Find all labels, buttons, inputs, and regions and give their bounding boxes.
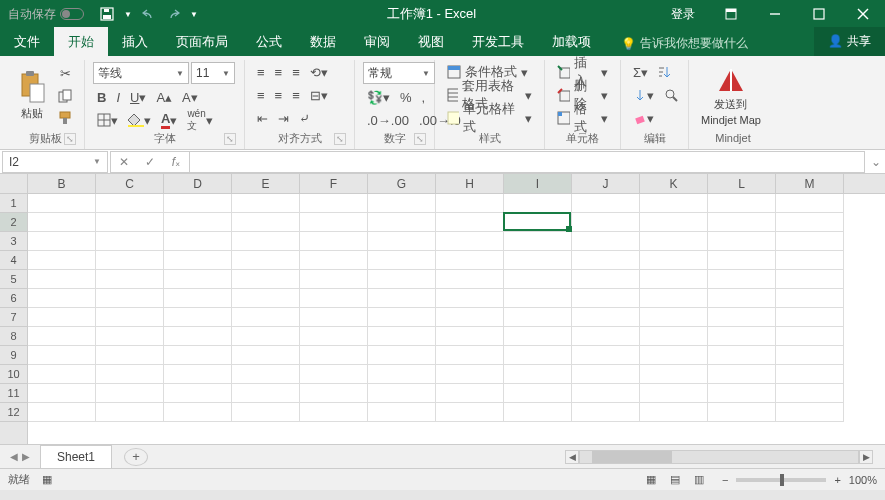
- row-header[interactable]: 10: [0, 365, 27, 384]
- increase-indent-icon[interactable]: ⇥: [274, 108, 293, 128]
- cell[interactable]: [96, 213, 164, 232]
- row-header[interactable]: 2: [0, 213, 27, 232]
- cell[interactable]: [436, 403, 504, 422]
- cell[interactable]: [572, 251, 640, 270]
- cell[interactable]: [436, 289, 504, 308]
- cell[interactable]: [300, 232, 368, 251]
- cell[interactable]: [96, 270, 164, 289]
- cell[interactable]: [640, 289, 708, 308]
- hscroll-left-icon[interactable]: ◀: [565, 450, 579, 464]
- cell[interactable]: [572, 365, 640, 384]
- cell[interactable]: [96, 251, 164, 270]
- cell[interactable]: [300, 213, 368, 232]
- sheet-nav[interactable]: ◀▶: [0, 451, 40, 462]
- cell[interactable]: [708, 365, 776, 384]
- format-cells-button[interactable]: 格式▾: [553, 108, 612, 128]
- cell[interactable]: [572, 308, 640, 327]
- cell[interactable]: [368, 251, 436, 270]
- cell[interactable]: [776, 251, 844, 270]
- cell[interactable]: [28, 308, 96, 327]
- view-normal-icon[interactable]: ▦: [640, 471, 662, 489]
- cell[interactable]: [232, 327, 300, 346]
- cell[interactable]: [28, 327, 96, 346]
- cell[interactable]: [164, 327, 232, 346]
- column-header[interactable]: F: [300, 174, 368, 193]
- minimize-icon[interactable]: [753, 0, 797, 28]
- fill-icon[interactable]: ▾: [629, 85, 658, 105]
- cell[interactable]: [708, 346, 776, 365]
- cell[interactable]: [436, 384, 504, 403]
- alignment-launcher-icon[interactable]: ⤡: [334, 133, 346, 145]
- align-left-icon[interactable]: ≡: [253, 85, 269, 105]
- cell[interactable]: [776, 327, 844, 346]
- row-header[interactable]: 4: [0, 251, 27, 270]
- cell[interactable]: [572, 213, 640, 232]
- cell[interactable]: [164, 270, 232, 289]
- align-top-icon[interactable]: ≡: [253, 62, 269, 82]
- cell[interactable]: [776, 308, 844, 327]
- view-page-layout-icon[interactable]: ▤: [664, 471, 686, 489]
- row-header[interactable]: 11: [0, 384, 27, 403]
- fill-color-button[interactable]: ▾: [124, 110, 155, 130]
- macro-record-icon[interactable]: ▦: [42, 473, 52, 486]
- decrease-indent-icon[interactable]: ⇤: [253, 108, 272, 128]
- cell[interactable]: [504, 194, 572, 213]
- cell[interactable]: [776, 270, 844, 289]
- cell[interactable]: [776, 213, 844, 232]
- cell[interactable]: [640, 270, 708, 289]
- column-header[interactable]: B: [28, 174, 96, 193]
- cell[interactable]: [436, 251, 504, 270]
- cell[interactable]: [232, 270, 300, 289]
- cell[interactable]: [436, 232, 504, 251]
- column-header[interactable]: G: [368, 174, 436, 193]
- column-header[interactable]: J: [572, 174, 640, 193]
- column-header[interactable]: D: [164, 174, 232, 193]
- cell[interactable]: [776, 365, 844, 384]
- formula-input[interactable]: [190, 151, 865, 173]
- find-icon[interactable]: [660, 85, 682, 105]
- cell[interactable]: [504, 327, 572, 346]
- increase-font-icon[interactable]: A▴: [152, 87, 176, 107]
- cell[interactable]: [368, 346, 436, 365]
- cell[interactable]: [504, 270, 572, 289]
- font-launcher-icon[interactable]: ⤡: [224, 133, 236, 145]
- mindjet-send-button[interactable]: 发送到 Mindjet Map: [697, 62, 765, 129]
- bold-button[interactable]: B: [93, 87, 110, 107]
- column-header[interactable]: K: [640, 174, 708, 193]
- cell[interactable]: [232, 308, 300, 327]
- cell[interactable]: [28, 251, 96, 270]
- hscroll-thumb[interactable]: [592, 451, 672, 463]
- close-icon[interactable]: [841, 0, 885, 28]
- cell[interactable]: [300, 289, 368, 308]
- cell[interactable]: [300, 365, 368, 384]
- cut-icon[interactable]: ✂: [54, 64, 76, 84]
- cell[interactable]: [164, 251, 232, 270]
- cell[interactable]: [776, 194, 844, 213]
- number-launcher-icon[interactable]: ⤡: [414, 133, 426, 145]
- cell[interactable]: [232, 194, 300, 213]
- column-header[interactable]: C: [96, 174, 164, 193]
- cell[interactable]: [164, 308, 232, 327]
- orientation-icon[interactable]: ⟲▾: [306, 62, 332, 82]
- cell[interactable]: [572, 270, 640, 289]
- cell[interactable]: [232, 213, 300, 232]
- cell[interactable]: [368, 308, 436, 327]
- login-button[interactable]: 登录: [657, 6, 709, 23]
- column-header[interactable]: I: [504, 174, 572, 193]
- cell[interactable]: [368, 232, 436, 251]
- column-header[interactable]: E: [232, 174, 300, 193]
- cell[interactable]: [776, 232, 844, 251]
- underline-button[interactable]: U▾: [126, 87, 150, 107]
- autosave-toggle[interactable]: 自动保存: [0, 6, 92, 23]
- cell[interactable]: [164, 403, 232, 422]
- row-header[interactable]: 1: [0, 194, 27, 213]
- hscroll-right-icon[interactable]: ▶: [859, 450, 873, 464]
- autosum-icon[interactable]: Σ▾: [629, 62, 652, 82]
- tab-review[interactable]: 审阅: [350, 27, 404, 56]
- zoom-out-button[interactable]: −: [722, 474, 728, 486]
- cell[interactable]: [28, 384, 96, 403]
- cell[interactable]: [28, 403, 96, 422]
- share-button[interactable]: 👤共享: [814, 27, 885, 56]
- zoom-slider[interactable]: [736, 478, 826, 482]
- cell[interactable]: [708, 194, 776, 213]
